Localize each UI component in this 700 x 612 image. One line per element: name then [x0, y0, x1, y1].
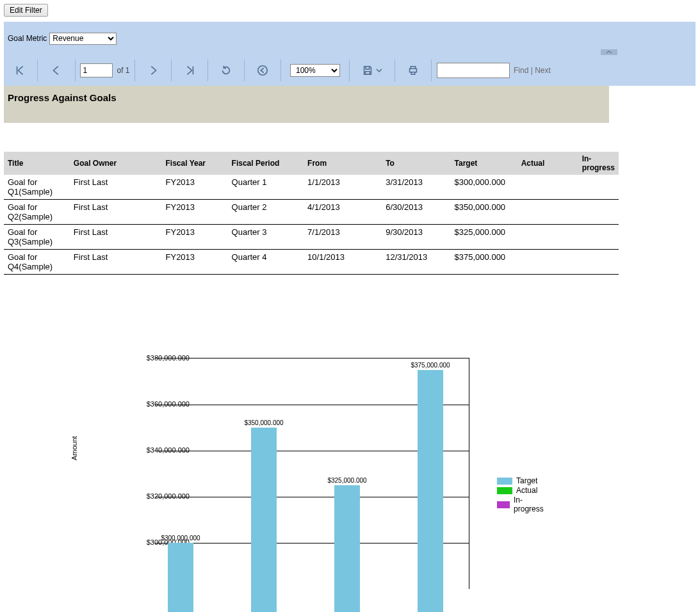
first-page-icon — [15, 65, 26, 76]
cell-inprog — [578, 200, 619, 225]
first-page-button[interactable] — [15, 65, 26, 76]
save-icon — [362, 65, 373, 76]
cell-actual — [517, 225, 578, 250]
col-to: To — [382, 152, 450, 175]
chevron-right-icon — [147, 65, 159, 76]
print-icon — [407, 65, 419, 76]
goals-table: Title Goal Owner Fiscal Year Fiscal Peri… — [4, 152, 619, 275]
cell-target: $350,000.000 — [451, 200, 517, 225]
legend-item: Actual — [497, 486, 546, 495]
bar-label: $375,000.000 — [411, 362, 450, 369]
report-header: Progress Against Goals — [4, 86, 609, 123]
last-page-button[interactable] — [184, 65, 195, 76]
cell-target: $300,000.000 — [451, 175, 517, 200]
cell-target: $375,000.000 — [451, 250, 517, 275]
bar-target-q1 — [168, 543, 193, 612]
back-button[interactable] — [257, 65, 268, 76]
svg-point-0 — [258, 66, 267, 75]
cell-owner: First Last — [70, 175, 162, 200]
table-row: Goal for Q1(Sample)First LastFY2013Quart… — [4, 175, 619, 200]
report-parameter-bar: Goal Metric Revenue — [4, 22, 696, 55]
collapse-parameters-button[interactable] — [601, 49, 617, 55]
col-inprogress: In-progress — [578, 152, 619, 175]
back-icon — [257, 65, 268, 76]
bar-label: $350,000.000 — [244, 419, 283, 426]
table-header-row: Title Goal Owner Fiscal Year Fiscal Peri… — [4, 152, 619, 175]
legend-label: In-progress — [514, 495, 546, 513]
find-input[interactable] — [437, 63, 510, 78]
prev-page-button[interactable] — [51, 65, 62, 76]
col-title: Title — [4, 152, 70, 175]
cell-actual — [517, 175, 578, 200]
cell-from: 10/1/2013 — [304, 250, 382, 275]
chevron-left-icon — [51, 65, 62, 76]
cell-period: Quarter 1 — [228, 175, 304, 200]
cell-to: 3/31/2013 — [382, 175, 450, 200]
cell-period: Quarter 2 — [228, 200, 304, 225]
goal-metric-label: Goal Metric — [8, 34, 47, 43]
bar-label: $325,000.000 — [327, 477, 366, 484]
cell-inprog — [578, 175, 619, 200]
progress-chart: Amount $380,000.000 $360,000.000 $340,00… — [74, 351, 510, 595]
cell-title: Goal for Q1(Sample) — [4, 175, 70, 200]
cell-fy: FY2013 — [162, 250, 228, 275]
col-target: Target — [451, 152, 517, 175]
table-row: Goal for Q3(Sample)First LastFY2013Quart… — [4, 225, 619, 250]
cell-period: Quarter 4 — [228, 250, 304, 275]
col-period: Fiscal Period — [228, 152, 304, 175]
legend-swatch — [497, 478, 512, 485]
legend-swatch — [497, 501, 510, 508]
bar-label: $300,000.000 — [161, 535, 200, 542]
chart-legend: Target Actual In-progress — [497, 476, 546, 514]
print-button[interactable] — [407, 65, 419, 76]
refresh-button[interactable] — [220, 65, 232, 76]
col-fy: Fiscal Year — [162, 152, 228, 175]
goal-metric-select[interactable]: Revenue — [49, 33, 117, 45]
refresh-icon — [220, 65, 232, 76]
legend-swatch — [497, 487, 512, 494]
cell-to: 6/30/2013 — [382, 200, 450, 225]
cell-from: 4/1/2013 — [304, 200, 382, 225]
col-actual: Actual — [517, 152, 578, 175]
legend-label: Target — [516, 476, 537, 485]
cell-inprog — [578, 250, 619, 275]
current-page-input[interactable] — [80, 63, 113, 77]
bar-target-q3 — [334, 485, 360, 612]
edit-filter-button[interactable]: Edit Filter — [4, 4, 48, 17]
cell-fy: FY2013 — [162, 200, 228, 225]
chevron-up-icon — [606, 51, 612, 54]
table-row: Goal for Q4(Sample)First LastFY2013Quart… — [4, 250, 619, 275]
bar-target-q4 — [418, 370, 443, 612]
cell-period: Quarter 3 — [228, 225, 304, 250]
export-button[interactable] — [362, 65, 382, 76]
cell-title: Goal for Q3(Sample) — [4, 225, 70, 250]
cell-from: 7/1/2013 — [304, 225, 382, 250]
plot-area: $300,000.000 $350,000.000 $325,000.000 $… — [155, 358, 469, 589]
chevron-down-icon — [376, 68, 382, 72]
cell-fy: FY2013 — [162, 175, 228, 200]
cell-actual — [517, 250, 578, 275]
cell-target: $325,000.000 — [451, 225, 517, 250]
cell-owner: First Last — [70, 250, 162, 275]
find-next-link[interactable]: Find | Next — [514, 66, 551, 75]
bar-target-q2 — [251, 428, 277, 612]
zoom-select[interactable]: 100% — [290, 64, 340, 77]
col-from: From — [304, 152, 382, 175]
next-page-button[interactable] — [147, 65, 159, 76]
cell-inprog — [578, 225, 619, 250]
cell-fy: FY2013 — [162, 225, 228, 250]
page-count-label: of 1 — [117, 66, 129, 75]
cell-owner: First Last — [70, 200, 162, 225]
legend-item: In-progress — [497, 495, 546, 513]
cell-actual — [517, 200, 578, 225]
last-page-icon — [184, 65, 195, 76]
legend-item: Target — [497, 476, 546, 485]
report-viewer-toolbar: of 1 100% Find | Next — [4, 55, 696, 86]
cell-title: Goal for Q2(Sample) — [4, 200, 70, 225]
table-row: Goal for Q2(Sample)First LastFY2013Quart… — [4, 200, 619, 225]
legend-label: Actual — [516, 486, 537, 495]
cell-to: 12/31/2013 — [382, 250, 450, 275]
cell-owner: First Last — [70, 225, 162, 250]
cell-to: 9/30/2013 — [382, 225, 450, 250]
cell-title: Goal for Q4(Sample) — [4, 250, 70, 275]
